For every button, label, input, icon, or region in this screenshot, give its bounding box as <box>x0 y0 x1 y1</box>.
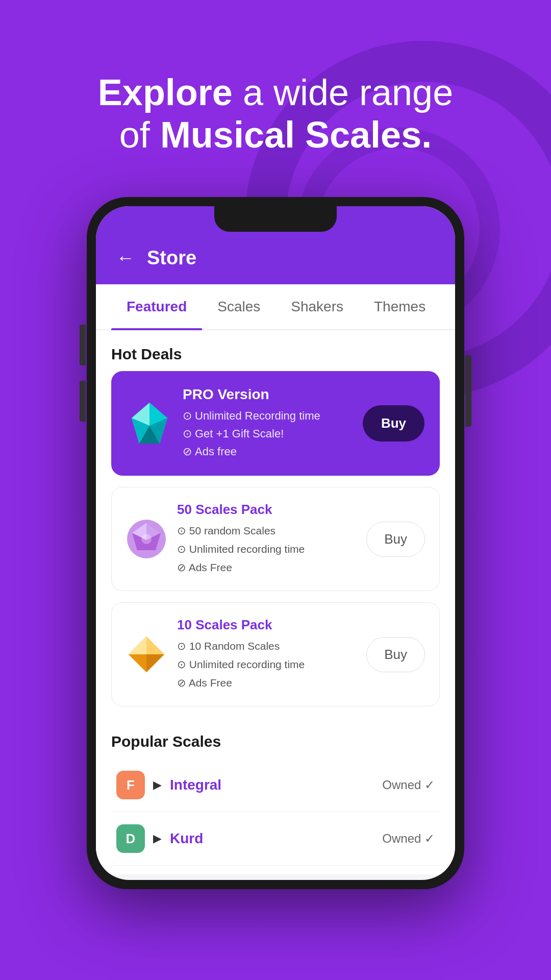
tab-featured[interactable]: Featured <box>111 284 202 329</box>
tab-themes[interactable]: Themes <box>359 284 441 329</box>
pack-50-icon <box>126 519 167 559</box>
pack-50-name: 50 Scales Pack <box>177 502 356 518</box>
pro-feature-3: ⊘Ads free <box>183 443 353 460</box>
screen-title: Store <box>147 247 196 269</box>
pack-50-buy-button[interactable]: Buy <box>366 522 425 557</box>
pro-version-card: PRO Version ⊙Unlimited Recording time ⊙G… <box>111 371 440 476</box>
pack-50-f2: ⊙ Unlimited recording time <box>177 540 356 558</box>
volume-down-button <box>80 381 86 422</box>
pack-10-buy-button[interactable]: Buy <box>366 637 425 672</box>
owned-badge-kurd: Owned ✓ <box>382 831 435 846</box>
pro-buy-button[interactable]: Buy <box>363 405 424 442</box>
tab-scales[interactable]: Scales <box>202 284 276 329</box>
phone-notch <box>214 206 337 232</box>
phone-wrapper: ← Store Featured Scales Shakers Themes H… <box>0 197 551 889</box>
scale-name-integral: Integral <box>170 777 374 793</box>
pro-feature-2: ⊙Get +1 Gift Scale! <box>183 425 353 443</box>
pro-info: PRO Version ⊙Unlimited Recording time ⊙G… <box>183 386 353 461</box>
pack-50-f1: ⊙ 50 random Scales <box>177 522 356 540</box>
scale-row-aeolian: A ▶ Aeolian Buy <box>111 866 440 874</box>
pack-50-f3: ⊘ Ads Free <box>177 558 356 577</box>
play-icon-integral[interactable]: ▶ <box>153 778 162 792</box>
hero-text-1: a wide range <box>233 72 453 113</box>
pro-gem-icon <box>127 400 172 446</box>
hero-bold-scales: Musical Scales. <box>160 114 432 155</box>
pack-10-f3: ⊘ Ads Free <box>177 674 356 692</box>
back-button[interactable]: ← <box>116 249 135 267</box>
svg-marker-14 <box>129 654 146 672</box>
pro-feature-1: ⊙Unlimited Recording time <box>183 407 353 425</box>
tabs-bar: Featured Scales Shakers Themes <box>96 284 455 330</box>
scale-row-integral: F ▶ Integral Owned ✓ <box>111 758 440 812</box>
phone-frame: ← Store Featured Scales Shakers Themes H… <box>87 197 464 889</box>
pack-10-f1: ⊙ 10 Random Scales <box>177 637 356 655</box>
hero-title: Explore a wide range of Musical Scales. <box>31 71 520 156</box>
app-header: ← Store <box>96 237 455 284</box>
volume-up-button <box>80 325 86 365</box>
pack-50-info: 50 Scales Pack ⊙ 50 random Scales ⊙ Unli… <box>177 502 356 576</box>
scale-letter-f: F <box>116 771 145 799</box>
svg-marker-15 <box>146 654 164 672</box>
pack-10-name: 10 Scales Pack <box>177 617 356 633</box>
scale-name-kurd: Kurd <box>170 830 374 847</box>
pack-50-card: 50 Scales Pack ⊙ 50 random Scales ⊙ Unli… <box>111 487 440 591</box>
scale-row-kurd: D ▶ Kurd Owned ✓ <box>111 812 440 866</box>
scale-letter-d: D <box>116 824 145 853</box>
popular-scales-title: Popular Scales <box>111 718 440 758</box>
hot-deals-title: Hot Deals <box>111 330 440 371</box>
pro-name: PRO Version <box>183 386 353 403</box>
pack-10-card: 10 Scales Pack ⊙ 10 Random Scales ⊙ Unli… <box>111 602 440 706</box>
owned-badge-integral: Owned ✓ <box>382 778 435 792</box>
hero-bold-explore: Explore <box>98 72 233 113</box>
pack-10-f2: ⊙ Unlimited recording time <box>177 655 356 674</box>
svg-marker-12 <box>146 636 164 654</box>
power-button <box>465 355 471 427</box>
play-icon-kurd[interactable]: ▶ <box>153 832 162 845</box>
hero-text-2: of <box>119 114 160 155</box>
svg-point-10 <box>141 534 152 544</box>
phone-screen: ← Store Featured Scales Shakers Themes H… <box>96 206 455 880</box>
svg-marker-13 <box>129 636 146 654</box>
pack-10-info: 10 Scales Pack ⊙ 10 Random Scales ⊙ Unli… <box>177 617 356 692</box>
tab-shakers[interactable]: Shakers <box>276 284 359 329</box>
content-area: Hot Deals <box>96 330 455 874</box>
hero-section: Explore a wide range of Musical Scales. <box>0 0 551 156</box>
pack-10-icon <box>126 634 167 675</box>
